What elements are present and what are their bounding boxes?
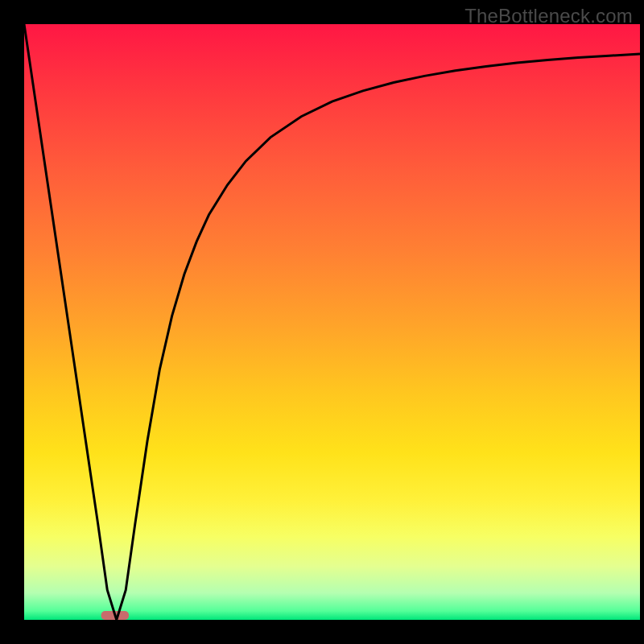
plot-background: [24, 24, 640, 620]
chart-canvas: [0, 0, 644, 644]
bottleneck-chart: TheBottleneck.com: [0, 0, 644, 644]
watermark-label: TheBottleneck.com: [464, 5, 633, 27]
